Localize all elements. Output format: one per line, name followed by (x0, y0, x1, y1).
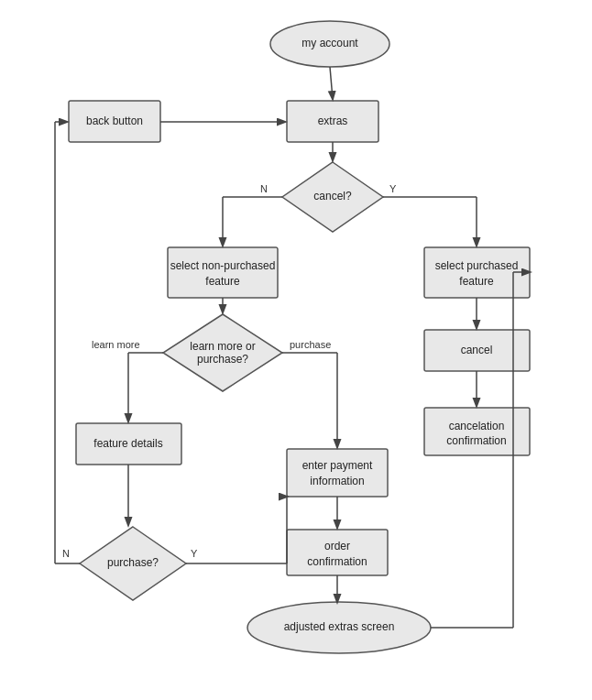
learn-more-diamond-label2: purchase? (197, 353, 248, 366)
enter-payment-node (287, 449, 388, 497)
select-non-purchased-label: select non-purchased (170, 259, 276, 272)
cancelation-conf-label: cancelation (449, 420, 505, 432)
cancel-label: cancel (461, 344, 493, 356)
arrow-myaccount-extras (330, 67, 333, 99)
enter-payment-label: enter payment (302, 459, 373, 472)
feature-details-label: feature details (93, 437, 162, 450)
cancelation-conf-label2: confirmation (446, 434, 506, 447)
purchase-label: purchase (290, 339, 331, 350)
order-confirmation-label: order (324, 540, 350, 552)
select-purchased-label2: feature (459, 275, 494, 288)
order-confirmation-label2: confirmation (307, 555, 367, 568)
n-purchase-label: N (62, 548, 70, 559)
purchase-diamond-label: purchase? (107, 556, 159, 569)
n-cancel-label: N (260, 183, 268, 194)
select-non-purchased-label2: feature (205, 275, 240, 288)
learn-more-label: learn more (92, 339, 140, 350)
extras-label: extras (318, 115, 348, 127)
select-purchased-label: select purchased (435, 259, 519, 272)
cancel-diamond-label: cancel? (313, 190, 352, 202)
enter-payment-label2: information (310, 475, 364, 487)
back-button-label: back button (86, 115, 143, 127)
my-account-label: my account (301, 37, 358, 49)
y-cancel-label: Y (389, 183, 397, 194)
adjusted-extras-label: adjusted extras screen (284, 620, 395, 633)
select-non-purchased-node (168, 247, 278, 298)
y-purchase-label: Y (191, 548, 198, 559)
learn-more-diamond-label: learn more or (190, 340, 255, 353)
